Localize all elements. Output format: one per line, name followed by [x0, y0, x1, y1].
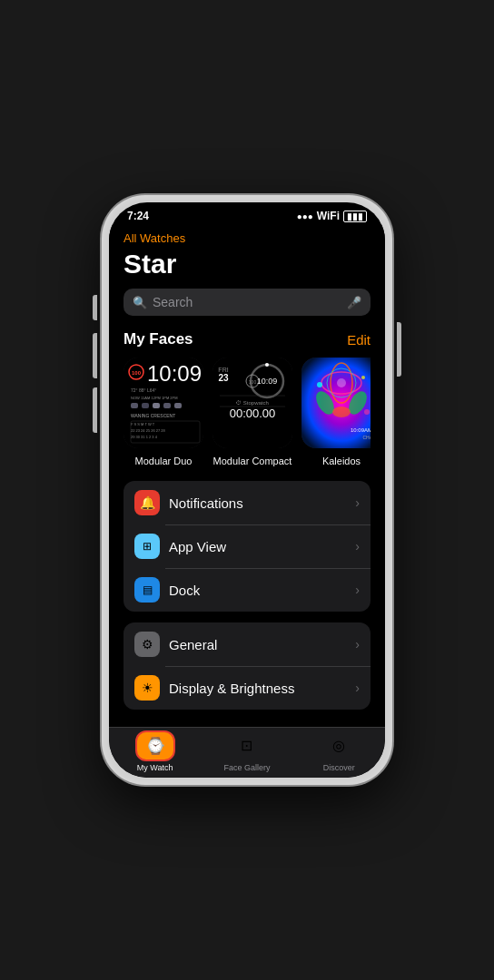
svg-text:NOW 11AM 12PM 1PM 2PM: NOW 11AM 12PM 1PM 2PM [131, 396, 178, 400]
svg-text:23: 23 [218, 373, 229, 383]
svg-text:72° 88° L64°: 72° 88° L64° [131, 387, 156, 393]
battery-icon: ▮▮▮ [343, 211, 367, 222]
signal-icon: ●●● [297, 211, 313, 221]
svg-text:WANING CRESCENT: WANING CRESCENT [131, 413, 175, 418]
my-watch-tab-icon-wrap[interactable]: ⌚ [135, 730, 175, 761]
face-gallery-tab-label: Face Gallery [223, 763, 270, 772]
main-scroll[interactable]: All Watches Star 🔍 Search 🎤 My Faces Edi… [109, 224, 385, 727]
svg-text:100: 100 [249, 379, 257, 385]
tab-item-discover[interactable]: ◎ Discover [293, 730, 385, 772]
mic-icon[interactable]: 🎤 [347, 296, 361, 309]
face-card-modular-duo[interactable]: 100 10:09 72° 88° L64° NOW 11AM 12PM 1PM… [124, 358, 203, 448]
side-button-left1 [93, 295, 97, 320]
svg-text:F  S  S  M  T  W  T: F S S M T W T [131, 422, 155, 426]
svg-rect-8 [153, 403, 160, 408]
svg-text:FRI: FRI [218, 367, 228, 373]
edit-button[interactable]: Edit [347, 332, 370, 348]
menu-item-app-view[interactable]: ⊞ App View › [124, 524, 370, 568]
face-gallery-icon: ⊡ [241, 737, 252, 754]
face-gallery-tab-icon-wrap[interactable]: ⊡ [227, 730, 267, 761]
my-watch-icon: ⌚ [145, 736, 165, 756]
svg-point-37 [361, 376, 365, 379]
svg-text:29 30 31  1  2  3  4: 29 30 31 1 2 3 4 [131, 435, 158, 439]
dock-chevron: › [355, 583, 360, 597]
tab-bar: ⌚ My Watch ⊡ Face Gallery ◎ Discover [109, 727, 385, 778]
svg-text:22 23 24 25 26 27 28: 22 23 24 25 26 27 28 [131, 428, 166, 433]
side-button-left2 [93, 333, 97, 378]
side-button-right [397, 322, 401, 377]
menu-group-2: ⚙ General › ☀ Display & Brightness › [124, 622, 370, 710]
notifications-icon: 🔔 [134, 490, 160, 515]
status-time: 7:24 [127, 210, 149, 222]
display-brightness-chevron: › [355, 681, 360, 695]
watch-title: Star [124, 247, 370, 289]
notifications-chevron: › [355, 495, 360, 510]
face-item-kaleidoscope[interactable]: 10:09AM CHA Kaleidos [301, 358, 370, 468]
discover-icon: ◎ [332, 737, 345, 754]
app-view-label: App View [169, 539, 346, 554]
menu-group-1: 🔔 Notifications › ⊞ App View › ▤ Dock › [124, 481, 370, 612]
side-button-left3 [93, 387, 97, 433]
all-watches-link[interactable]: All Watches [124, 224, 370, 247]
dock-icon: ▤ [134, 577, 160, 603]
app-view-chevron: › [355, 539, 360, 554]
tab-item-my-watch[interactable]: ⌚ My Watch [109, 730, 201, 772]
my-faces-header: My Faces Edit [124, 330, 370, 348]
menu-item-dock[interactable]: ▤ Dock › [124, 568, 370, 612]
svg-point-20 [265, 363, 269, 367]
dock-label: Dock [169, 583, 346, 598]
search-bar[interactable]: 🔍 Search 🎤 [124, 289, 370, 316]
svg-text:10:09AM: 10:09AM [351, 427, 370, 433]
notch [202, 202, 292, 222]
tab-item-face-gallery[interactable]: ⊡ Face Gallery [201, 730, 292, 772]
my-faces-title: My Faces [124, 330, 193, 348]
discover-tab-label: Discover [323, 763, 355, 772]
display-brightness-label: Display & Brightness [169, 681, 346, 696]
display-brightness-icon: ☀ [134, 675, 160, 701]
search-icon: 🔍 [133, 296, 147, 309]
svg-text:CHA: CHA [362, 435, 370, 440]
face-label-modular-duo: Modular Duo [135, 456, 193, 466]
face-card-kaleidoscope[interactable]: 10:09AM CHA [301, 358, 370, 448]
svg-rect-10 [174, 403, 182, 408]
menu-item-display-brightness[interactable]: ☀ Display & Brightness › [124, 666, 370, 710]
face-label-kaleidoscope: Kaleidos [322, 456, 361, 466]
svg-text:00:00.00: 00:00.00 [230, 407, 276, 420]
face-label-modular-compact: Modular Compact [213, 456, 292, 466]
general-icon: ⚙ [134, 632, 160, 657]
svg-text:10:09: 10:09 [147, 361, 202, 386]
svg-rect-6 [131, 403, 138, 408]
svg-point-32 [337, 378, 346, 387]
face-card-modular-compact[interactable]: FRI 23 100 10:09 [212, 358, 292, 448]
svg-point-35 [332, 407, 351, 417]
general-label: General [169, 637, 346, 652]
phone-screen: 7:24 ●●● WiFi ▮▮▮ All Watches Star 🔍 Sea… [109, 202, 385, 778]
menu-item-notifications[interactable]: 🔔 Notifications › [124, 481, 370, 524]
general-chevron: › [355, 637, 360, 652]
svg-rect-9 [163, 403, 171, 408]
menu-item-general[interactable]: ⚙ General › [124, 622, 370, 666]
svg-text:⏱ Stopwatch: ⏱ Stopwatch [236, 400, 269, 406]
svg-point-38 [364, 409, 370, 415]
svg-text:100: 100 [132, 370, 142, 376]
face-item-modular-duo[interactable]: 100 10:09 72° 88° L64° NOW 11AM 12PM 1PM… [124, 358, 203, 468]
svg-point-36 [317, 382, 322, 387]
search-placeholder: Search [153, 295, 341, 309]
svg-text:10:09: 10:09 [257, 377, 278, 386]
app-view-icon: ⊞ [134, 534, 160, 559]
my-watch-tab-label: My Watch [137, 763, 173, 772]
discover-tab-icon-wrap[interactable]: ◎ [319, 730, 359, 761]
svg-rect-7 [142, 403, 149, 408]
phone-frame: 7:24 ●●● WiFi ▮▮▮ All Watches Star 🔍 Sea… [102, 195, 392, 785]
wifi-icon: WiFi [317, 210, 340, 222]
notifications-label: Notifications [169, 495, 346, 511]
faces-row[interactable]: 100 10:09 72° 88° L64° NOW 11AM 12PM 1PM… [124, 358, 370, 468]
face-item-modular-compact[interactable]: FRI 23 100 10:09 [212, 358, 292, 468]
status-icons: ●●● WiFi ▮▮▮ [297, 210, 367, 222]
